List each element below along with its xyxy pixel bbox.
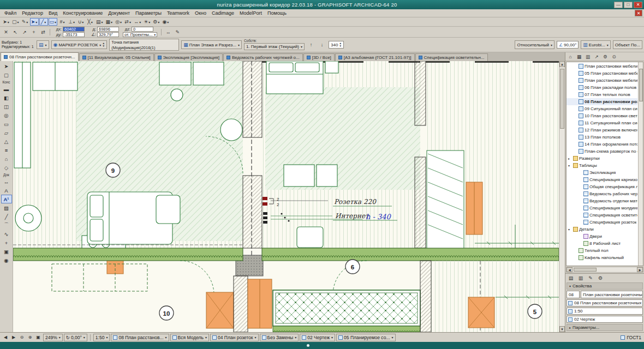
tree-expand-icon[interactable] [568, 157, 572, 160]
marquee-icon[interactable]: ▢▾ [11, 18, 20, 26]
quick-options-combo[interactable]: 05 Планируемое со...▾ [336, 334, 395, 341]
measure-icon[interactable]: ↔▾ [133, 18, 142, 26]
navigator-tree-item[interactable]: Спецификация розеток [567, 219, 637, 226]
menu-item[interactable]: Конструирование [60, 10, 105, 16]
zoom-out-icon[interactable]: ⊖ [18, 334, 26, 341]
line-tool[interactable]: ╱ [1, 212, 12, 221]
menu-item[interactable]: Файл [2, 10, 19, 16]
quick-options-combo[interactable]: Вся Модель▾ [170, 334, 209, 341]
scrollbar-thumb[interactable] [574, 268, 597, 272]
gear-icon[interactable]: ⚙ [596, 274, 605, 282]
tree-expand-icon[interactable] [568, 164, 572, 167]
arrow-cursor-icon[interactable]: ➤▾ [2, 18, 10, 26]
sun-study-icon[interactable]: ☀▾ [142, 18, 151, 26]
minimize-button[interactable]: — [614, 2, 623, 8]
camera-icon[interactable]: ◉▾ [161, 18, 170, 26]
arrow-tool[interactable]: ➤ [1, 62, 12, 70]
view-tab[interactable]: [А3 альбомная (ГОСТ 21.101-97)] [335, 53, 415, 61]
slab-tool[interactable]: ▱ [1, 128, 12, 137]
scrollbar-thumb[interactable] [560, 69, 564, 129]
menu-item[interactable]: Окно [192, 10, 209, 16]
navigator-tree-item[interactable]: Экспликация [567, 169, 637, 176]
fit-in-window-icon[interactable]: ▣ [34, 334, 42, 341]
canvas-vertical-scrollbar[interactable]: ▲ ▼ [559, 61, 565, 332]
dz-field[interactable]: 0 [132, 27, 153, 32]
scroll-right-icon[interactable]: ▶ [637, 267, 643, 272]
navigator-tree-item[interactable]: Таблицы [567, 162, 637, 169]
navigator-tree-item[interactable]: План-схема разверток по стен [567, 148, 637, 155]
tree-horizontal-scrollbar[interactable]: ◀ ▶ [566, 267, 643, 273]
link-down-icon[interactable]: ↓ [318, 41, 326, 49]
view-tab[interactable]: Экспликация [Экспликация] [154, 53, 223, 61]
properties-header[interactable]: ▾ Свойства [567, 282, 643, 290]
zoom-combo[interactable]: 249%▾ [43, 334, 63, 341]
navigator-tree-item[interactable]: Спецификация осветительн [567, 212, 637, 219]
navigator-tree-item[interactable]: 12 План режимов включения св [567, 127, 637, 134]
floor-plan[interactable]: 2 2 Розетка 220 Интернет h - 340 [13, 61, 559, 332]
scroll-up-icon[interactable]: ▲ [559, 61, 565, 67]
cabinet-orange-corridor-a[interactable] [206, 292, 234, 328]
room-number-bubble[interactable]: 6 [345, 260, 360, 274]
marker-combo[interactable]: ◉МАРКЕР РОЗЕТОК▾▲▼ [51, 40, 108, 49]
navigator-tree-item[interactable]: Ведомость рабочих чертеже [567, 190, 637, 197]
text-tool[interactable]: A [1, 186, 12, 195]
pencil-icon[interactable]: ✎▾ [21, 18, 29, 26]
pen-icon[interactable]: ✎ [173, 28, 182, 36]
stair-tool[interactable]: ≡ [1, 146, 12, 154]
view-name-field[interactable]: План расстановки розеточных... [581, 291, 643, 298]
menu-item[interactable]: Помощь [265, 10, 289, 16]
cabinet-orange-corridor-b[interactable] [248, 279, 272, 328]
element-filter-icon[interactable]: ▦▾ [105, 18, 114, 26]
project-map-icon[interactable]: ⌂ [567, 53, 574, 60]
zone-tool[interactable]: ◇ [1, 163, 12, 172]
dx-field[interactable]: 60402 [63, 27, 85, 32]
view-type-combo[interactable]: ▦План Этажа и Разрез...▾ [181, 40, 242, 49]
tree-vertical-scrollbar[interactable] [638, 62, 643, 266]
roof-tool[interactable]: △ [1, 137, 12, 146]
navigator-tree-item[interactable]: 10 План расстановки светильн [567, 112, 637, 119]
dy-field[interactable]: -35173 [63, 32, 85, 37]
elevation-field[interactable]: 340▲▼ [329, 41, 344, 49]
angle-field[interactable]: 329,79° [97, 32, 119, 37]
previous-view-icon[interactable]: ◀ [2, 334, 9, 341]
quick-options-combo[interactable]: 04 План розеток▾ [210, 334, 259, 341]
close-tracker-icon[interactable]: ✕ [2, 28, 10, 36]
view-tab[interactable]: [11 Визуализация. 05 Спальня] [79, 53, 154, 61]
document-close-button[interactable]: ✕ [635, 10, 642, 16]
figure-tool[interactable]: ▣ [1, 247, 12, 256]
view-tab[interactable]: 08 План расстановки розеточн... [1, 52, 79, 61]
view-list-item[interactable]: 08 План расстановки розеточных групп [567, 299, 643, 306]
navigator-tree-item[interactable]: 14 План оформления потолков [567, 141, 637, 148]
scroll-left-icon[interactable]: ◀ [567, 267, 573, 272]
view-tab[interactable]: Ведомость рабочих чертежей о... [223, 53, 303, 61]
navigator-tree-item[interactable]: 11 Ситуационный план систем [567, 119, 637, 127]
default-transfer-combo[interactable]: ▤▾ [37, 40, 49, 49]
navigator-tree-item[interactable]: План расстановки мебели Илит [567, 63, 637, 70]
spinner-icon[interactable]: ▲▼ [339, 42, 342, 47]
navigator-tree-item[interactable]: Спецификация карнизов и м [567, 176, 637, 183]
info-icon[interactable]: ▥ [576, 274, 585, 282]
magnet-icon[interactable]: ∪▾ [76, 18, 85, 26]
wall-tool[interactable]: ▬ [1, 85, 12, 93]
publisher-sets-icon[interactable]: ↗ [593, 53, 600, 60]
navigator-tree-item[interactable]: 8 Рабочий лист [567, 240, 637, 247]
gear-icon[interactable]: ⚙ [601, 53, 609, 60]
menu-item[interactable]: Cadimage [209, 10, 237, 16]
fill-tool[interactable]: ▨ [1, 203, 12, 212]
navigator-tree-item[interactable]: 06 План раскладки полов [567, 84, 637, 91]
zoom-in-icon[interactable]: ⊕ [26, 334, 34, 341]
navigator-tree-item[interactable]: Кафель напольный [567, 254, 637, 261]
label-tool[interactable]: A¹ [1, 195, 12, 203]
view-id-field[interactable]: 08 [567, 291, 580, 298]
room-number-bubble[interactable]: 9 [106, 163, 120, 177]
quick-options-combo[interactable]: 02 Чертеж▾ [300, 334, 335, 341]
pen-set-icon[interactable]: ✎ [586, 274, 595, 282]
quick-options-combo[interactable]: 08 План расстанов...▾ [111, 334, 169, 341]
menu-item[interactable]: Редактор [19, 10, 46, 16]
transform-icon[interactable]: ⇄▾ [123, 18, 132, 26]
settings-dialog-icon[interactable]: ▤ [567, 274, 575, 282]
marquee-mode-dropdown[interactable]: ▭▾ [49, 18, 58, 26]
scale-row[interactable]: 1:50 [567, 308, 643, 315]
parameters-header[interactable]: ▸ Параметры... [567, 324, 643, 331]
door-tool[interactable]: ◧ [1, 93, 12, 102]
